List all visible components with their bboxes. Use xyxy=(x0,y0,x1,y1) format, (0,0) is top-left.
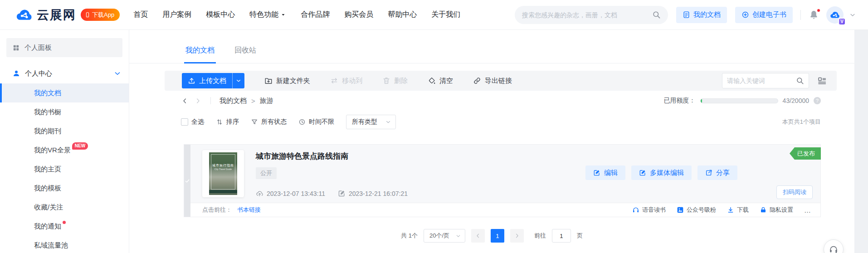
search-icon[interactable] xyxy=(652,10,661,19)
nav-item-cases[interactable]: 用户案例 xyxy=(162,10,191,19)
goto-label: 点击前往： xyxy=(202,206,232,214)
notifications-bell-button[interactable] xyxy=(809,10,819,20)
media-edit-label: 多媒体编辑 xyxy=(650,169,684,177)
nav-item-templates[interactable]: 模板中心 xyxy=(206,10,235,19)
nav-item-partners[interactable]: 合作品牌 xyxy=(301,10,330,19)
clear-bucket-icon xyxy=(428,77,436,85)
back-arrow-icon[interactable] xyxy=(181,97,189,105)
footer-actions: 语音读书 公众号吸粉 下载 隐私设置 … xyxy=(632,206,811,214)
share-button[interactable]: 分享 xyxy=(697,165,737,180)
site-logo[interactable]: 云展网 xyxy=(14,6,76,24)
create-ebook-button[interactable]: 创建电子书 xyxy=(735,7,793,23)
document-cover: 城市旅行指南 City Travel Guide xyxy=(209,152,237,195)
nav-item-about[interactable]: 关于我们 xyxy=(431,10,460,19)
page-body: 个人面板 个人中心 我的文档 我的书橱 我的期刊 我的VR全景 NEW 我的主页… xyxy=(0,30,868,253)
clear-button[interactable]: 清空 xyxy=(428,77,453,85)
scan-to-read-button[interactable]: 扫码阅读 xyxy=(776,185,813,199)
nav-item-membership[interactable]: 购买会员 xyxy=(344,10,373,19)
quota-label: 已用额度： xyxy=(664,97,696,105)
nav-item-features[interactable]: 特色功能 xyxy=(249,10,286,19)
sidebar-item-my-vr[interactable]: 我的VR全景 NEW xyxy=(0,141,129,160)
sidebar-item-my-templates[interactable]: 我的模板 xyxy=(0,179,129,198)
upload-document-button[interactable]: 上传文档 xyxy=(182,73,232,88)
account-menu-chevron-icon[interactable] xyxy=(849,11,856,19)
current-page-button[interactable]: 1 xyxy=(491,229,504,243)
nav-item-help[interactable]: 帮助中心 xyxy=(388,10,417,19)
main-nav: 首页 用户案例 模板中心 特色功能 合作品牌 购买会员 帮助中心 关于我们 xyxy=(133,10,460,19)
sidebar-section-personal-center[interactable]: 个人中心 xyxy=(0,63,129,83)
voice-reading-button[interactable]: 语音读书 xyxy=(632,206,666,214)
document-thumbnail[interactable]: 城市旅行指南 City Travel Guide xyxy=(202,150,244,197)
sidebar-item-dashboard[interactable]: 个人面板 xyxy=(6,38,122,57)
sidebar-item-my-notifications[interactable]: 我的通知 xyxy=(0,217,129,236)
keyword-search-input[interactable] xyxy=(727,77,793,84)
header-search-box xyxy=(515,6,668,24)
plus-circle-icon xyxy=(741,11,749,19)
breadcrumb-current[interactable]: 旅游 xyxy=(260,97,273,105)
document-card-main: 城市旅行指南 City Travel Guide 城市旅游特色景点路线指南 公开… xyxy=(184,145,820,203)
select-all-control[interactable]: 全选 xyxy=(181,118,204,126)
content-tabs: 我的文档 回收站 xyxy=(129,30,854,63)
chevron-down-icon xyxy=(113,69,122,78)
sidebar-item-my-homepage[interactable]: 我的主页 xyxy=(0,160,129,179)
breadcrumb-root[interactable]: 我的文档 xyxy=(219,97,247,105)
upload-label: 上传文档 xyxy=(199,77,226,85)
tab-label: 我的文档 xyxy=(185,46,215,54)
download-icon xyxy=(727,206,734,214)
select-all-checkbox[interactable] xyxy=(181,118,188,126)
privacy-settings-button[interactable]: 隐私设置 xyxy=(760,206,793,214)
move-to-button[interactable]: 移动到 xyxy=(330,77,362,85)
sidebar-item-my-journals[interactable]: 我的期刊 xyxy=(0,122,129,141)
media-edit-button[interactable]: 多媒体编辑 xyxy=(631,165,692,180)
sidebar-item-my-documents[interactable]: 我的文档 xyxy=(0,83,129,102)
nav-label: 用户案例 xyxy=(162,10,191,19)
edit-square-icon xyxy=(338,190,346,197)
user-avatar[interactable]: V xyxy=(826,6,844,24)
edit-button[interactable]: 编辑 xyxy=(585,165,625,180)
wechat-promo-button[interactable]: 公众号吸粉 xyxy=(677,206,716,214)
sidebar-item-private-traffic[interactable]: 私域流量池 xyxy=(0,236,129,253)
card-select-strip[interactable] xyxy=(184,145,190,217)
edit-square-icon xyxy=(639,169,646,176)
nav-item-home[interactable]: 首页 xyxy=(133,10,148,19)
forward-arrow-icon[interactable] xyxy=(194,97,202,105)
prev-page-button[interactable] xyxy=(471,229,485,243)
sidebar-item-favorites[interactable]: 收藏/关注 xyxy=(0,198,129,217)
book-link[interactable]: 书本链接 xyxy=(237,206,261,214)
per-page-select[interactable]: 20个/页 xyxy=(424,229,465,243)
tab-my-documents[interactable]: 我的文档 xyxy=(185,46,215,63)
nav-label: 模板中心 xyxy=(206,10,235,19)
type-filter-select[interactable]: 所有类型 xyxy=(346,115,396,129)
document-title[interactable]: 城市旅游特色景点路线指南 xyxy=(256,151,408,161)
header-search-input[interactable] xyxy=(522,11,649,19)
new-folder-button[interactable]: 新建文件夹 xyxy=(264,77,310,85)
chevron-down-icon xyxy=(385,119,391,125)
quota-help-icon[interactable]: ? xyxy=(814,97,821,104)
sort-control[interactable]: 排序 xyxy=(216,118,239,126)
more-actions-button[interactable]: … xyxy=(804,206,811,214)
download-app-button[interactable]: 下载App xyxy=(81,9,120,21)
download-button[interactable]: 下载 xyxy=(727,206,749,214)
phone-icon xyxy=(84,12,91,18)
tab-recycle-bin[interactable]: 回收站 xyxy=(234,46,256,63)
sidebar-item-label: 我的通知 xyxy=(34,222,61,231)
sidebar-item-label: 我的期刊 xyxy=(34,127,61,136)
time-filter[interactable]: 时间不限 xyxy=(298,118,334,126)
chevron-down-icon xyxy=(235,78,242,84)
sidebar-dashboard-label: 个人面板 xyxy=(24,44,52,52)
upload-options-caret[interactable] xyxy=(232,73,244,88)
total-count: 共 1个 xyxy=(401,232,418,240)
export-link-button[interactable]: 导出链接 xyxy=(473,77,512,85)
tab-label: 回收站 xyxy=(234,46,256,54)
cover-subtitle: City Travel Guide xyxy=(209,168,237,170)
type-filter-value: 所有类型 xyxy=(352,118,377,126)
view-toggle-icon[interactable] xyxy=(817,76,827,86)
my-documents-button[interactable]: 我的文档 xyxy=(676,7,727,23)
goto-page-input[interactable] xyxy=(552,229,571,243)
next-page-button[interactable] xyxy=(510,229,524,243)
sidebar-item-my-bookshelf[interactable]: 我的书橱 xyxy=(0,102,129,122)
my-documents-label: 我的文档 xyxy=(693,10,721,19)
delete-button[interactable]: 删除 xyxy=(382,77,408,85)
search-icon[interactable] xyxy=(796,77,804,85)
status-filter[interactable]: 所有状态 xyxy=(251,118,287,126)
